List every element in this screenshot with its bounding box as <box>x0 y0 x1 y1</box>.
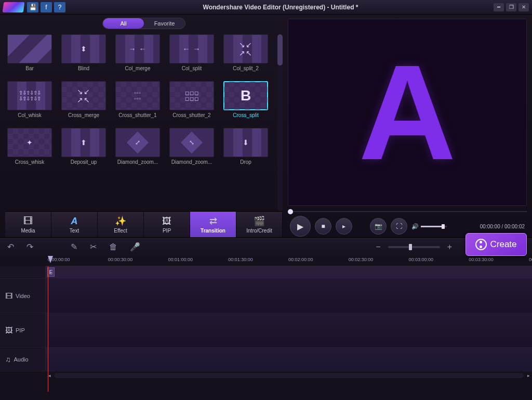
snapshot-button[interactable]: 📷 <box>370 218 387 235</box>
facebook-button[interactable]: f <box>41 2 52 12</box>
save-button[interactable]: 💾 <box>27 2 38 12</box>
transition-thumb-diamond-zoom-[interactable]: ⤡Diamond_zoom... <box>167 128 216 172</box>
ruler-tick: 00:03:30:00 <box>469 257 494 262</box>
audio-track-header: ♫ Audio <box>0 347 46 371</box>
pip-track[interactable] <box>46 313 532 347</box>
transition-thumb-preview: ← → <box>169 34 214 63</box>
fullscreen-button[interactable]: ⛶ <box>391 218 407 235</box>
pip-tab-icon: 🖼 <box>159 215 174 227</box>
text-tab-icon: A <box>67 215 82 227</box>
audio-track[interactable] <box>46 347 532 371</box>
transition-thumb-col-whisk[interactable]: ⇧⇩⇧⇩⇧⇩⇩⇧⇩⇧⇩⇧Col_whisk <box>5 81 54 125</box>
hscroll-right-button[interactable]: ▸ <box>525 372 532 379</box>
time-display: 00:00:00 / 00:00:02 <box>480 224 525 229</box>
window-title: Wondershare Video Editor (Unregistered) … <box>68 4 494 11</box>
effect-track[interactable]: E <box>46 266 532 278</box>
preview-seekbar[interactable] <box>288 208 527 215</box>
filter-all-tab[interactable]: All <box>103 18 144 29</box>
intro-tab-label: Intro/Credit <box>246 228 272 234</box>
transition-thumb-bar[interactable]: Bar <box>5 34 54 78</box>
ruler-tick: 00:00:30:00 <box>108 257 133 262</box>
minimize-button[interactable]: ━ <box>494 3 504 11</box>
category-tab-pip[interactable]: 🖼PIP <box>144 212 190 237</box>
help-button[interactable]: ? <box>54 2 65 12</box>
ruler-tick: 00:01:00:00 <box>168 257 193 262</box>
edit-button[interactable]: ✎ <box>71 242 77 252</box>
transition-thumb-label: Diamond_zoom... <box>113 159 162 165</box>
category-tab-text[interactable]: AText <box>51 212 98 237</box>
transition-thumb-label: Cross_merge <box>59 112 108 118</box>
category-tab-intro[interactable]: 🎬Intro/Credit <box>236 212 283 237</box>
transition-thumb-deposit-up[interactable]: ⬆Deposit_up <box>59 128 108 172</box>
seek-thumb[interactable] <box>288 209 293 214</box>
hscroll-left-button[interactable]: ◂ <box>46 372 53 379</box>
transition-thumb-label: Col_merge <box>113 66 162 71</box>
voiceover-button[interactable]: 🎤 <box>130 242 140 252</box>
transition-thumb-cross-merge[interactable]: ↘↙↗↖Cross_merge <box>59 81 108 125</box>
transition-thumb-preview: ✦ <box>7 128 52 157</box>
transition-thumb-cross-split[interactable]: BCross_split <box>221 81 270 125</box>
ruler-tick: 00:02:00:00 <box>288 257 313 262</box>
video-track-header: 🎞 Video <box>0 279 46 313</box>
transition-thumb-preview: ▫▫▫▫▫▫ <box>115 81 160 110</box>
zoom-out-button[interactable]: − <box>376 242 380 252</box>
transition-thumb-label: Cross_whisk <box>5 159 54 165</box>
film-reel-icon <box>475 239 487 250</box>
timeline-h-scrollbar[interactable]: ◂ ▸ <box>46 371 532 380</box>
effect-clip[interactable]: E <box>47 267 55 277</box>
undo-button[interactable]: ↶ <box>7 242 14 252</box>
transition-thumb-cross-whisk[interactable]: ✦Cross_whisk <box>5 128 54 172</box>
effect-track-row: E <box>0 266 532 279</box>
create-button[interactable]: Create <box>466 233 527 256</box>
zoom-slider[interactable] <box>388 246 440 248</box>
transition-thumb-drop[interactable]: ⬇Drop <box>221 128 270 172</box>
volume-control[interactable]: 🔊 <box>411 223 447 230</box>
transition-thumb-col-split-2[interactable]: ↘↙↗↖Col_split_2 <box>221 34 270 78</box>
ruler-tick: 00:04:00:00 <box>529 257 532 262</box>
preview-content-letter: A <box>358 45 456 180</box>
video-track[interactable] <box>46 279 532 313</box>
transition-thumb-cross-shutter-1[interactable]: ▫▫▫▫▫▫Cross_shutter_1 <box>113 81 162 125</box>
cut-button[interactable]: ✂ <box>90 242 97 252</box>
video-track-label: Video <box>16 293 30 299</box>
pip-track-header: 🖼 PIP <box>0 313 46 347</box>
hscroll-track[interactable] <box>54 373 524 378</box>
library-pane: All Favorite Bar⬍Blind→ ←Col_merge← →Col… <box>0 15 285 237</box>
volume-thumb[interactable] <box>442 224 445 229</box>
transition-tab-icon: ⇄ <box>206 215 220 227</box>
close-button[interactable]: ✕ <box>518 3 529 11</box>
transition-thumb-blind[interactable]: ⬍Blind <box>59 34 108 78</box>
delete-button[interactable]: 🗑 <box>109 242 117 252</box>
zoom-thumb[interactable] <box>409 244 412 250</box>
scrollbar-thumb[interactable] <box>277 34 283 66</box>
transition-thumb-preview: ↘↙↗↖ <box>223 34 268 63</box>
timeline-ruler[interactable]: 0:00:00:0000:00:30:0000:01:00:0000:01:30… <box>46 256 532 266</box>
stop-button[interactable]: ■ <box>315 218 331 235</box>
ruler-tick: 00:02:30:00 <box>349 257 374 262</box>
library-scrollbar[interactable] <box>277 34 283 211</box>
zoom-in-button[interactable]: + <box>447 242 452 252</box>
redo-button[interactable]: ↷ <box>26 242 33 252</box>
category-tab-effect[interactable]: ✨Effect <box>98 212 144 237</box>
maximize-button[interactable]: ❐ <box>506 3 516 11</box>
transition-thumb-col-split[interactable]: ← →Col_split <box>167 34 216 78</box>
effect-tab-label: Effect <box>114 228 127 234</box>
play-button[interactable]: ▶ <box>290 216 311 237</box>
transition-thumb-label: Cross_shutter_2 <box>167 112 216 118</box>
transition-thumb-preview: ⤡ <box>169 128 214 157</box>
pip-track-row: 🖼 PIP <box>0 313 532 347</box>
transition-thumb-preview: ⬇ <box>223 128 268 157</box>
media-tab-label: Media <box>21 228 35 234</box>
filter-favorite-tab[interactable]: Favorite <box>144 18 185 29</box>
transition-thumb-label: Col_split <box>167 66 216 71</box>
transition-thumb-label: Cross_split <box>221 112 270 118</box>
transition-thumb-cross-shutter-2[interactable]: ◻◻◻◻◻◻Cross_shutter_2 <box>167 81 216 125</box>
transition-thumb-col-merge[interactable]: → ←Col_merge <box>113 34 162 78</box>
timeline: 0:00:00:0000:00:30:0000:01:00:0000:01:30… <box>0 256 532 400</box>
transition-thumb-preview: → ← <box>115 34 160 63</box>
transition-thumb-diamond-zoom-[interactable]: ⤢Diamond_zoom... <box>113 128 162 172</box>
category-tab-transition[interactable]: ⇄Transition <box>190 212 236 237</box>
next-frame-button[interactable]: ▸ <box>336 218 352 235</box>
category-tab-media[interactable]: 🎞Media <box>5 212 51 237</box>
transition-grid: Bar⬍Blind→ ←Col_merge← →Col_split↘↙↗↖Col… <box>5 34 276 211</box>
